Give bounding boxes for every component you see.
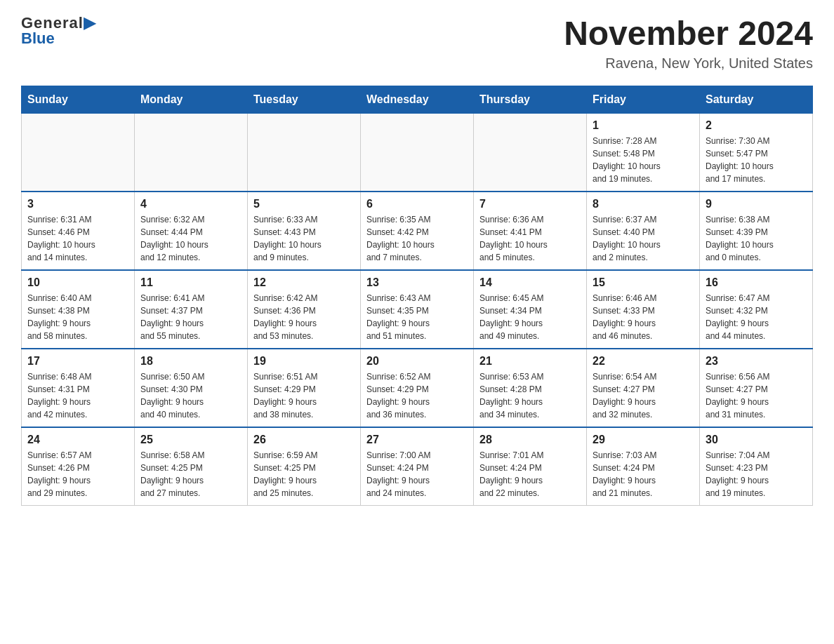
day-cell: 29Sunrise: 7:03 AM Sunset: 4:24 PM Dayli… bbox=[587, 427, 700, 506]
day-cell: 27Sunrise: 7:00 AM Sunset: 4:24 PM Dayli… bbox=[361, 427, 474, 506]
day-number: 26 bbox=[253, 434, 355, 446]
day-info: Sunrise: 6:59 AM Sunset: 4:25 PM Dayligh… bbox=[253, 449, 355, 499]
day-info: Sunrise: 6:43 AM Sunset: 4:35 PM Dayligh… bbox=[366, 292, 468, 342]
col-saturday: Saturday bbox=[700, 86, 813, 114]
day-info: Sunrise: 6:58 AM Sunset: 4:25 PM Dayligh… bbox=[140, 449, 241, 499]
day-cell: 15Sunrise: 6:46 AM Sunset: 4:33 PM Dayli… bbox=[587, 270, 700, 349]
day-cell bbox=[474, 114, 587, 192]
day-info: Sunrise: 6:42 AM Sunset: 4:36 PM Dayligh… bbox=[253, 292, 355, 342]
day-info: Sunrise: 6:56 AM Sunset: 4:27 PM Dayligh… bbox=[706, 370, 807, 421]
day-number: 21 bbox=[479, 355, 581, 368]
day-cell: 12Sunrise: 6:42 AM Sunset: 4:36 PM Dayli… bbox=[248, 270, 361, 349]
day-info: Sunrise: 6:54 AM Sunset: 4:27 PM Dayligh… bbox=[593, 370, 694, 421]
day-cell: 5Sunrise: 6:33 AM Sunset: 4:43 PM Daylig… bbox=[248, 192, 361, 270]
day-info: Sunrise: 7:28 AM Sunset: 5:48 PM Dayligh… bbox=[593, 135, 694, 185]
week-row-2: 3Sunrise: 6:31 AM Sunset: 4:46 PM Daylig… bbox=[22, 192, 813, 270]
day-number: 17 bbox=[27, 355, 128, 368]
day-number: 6 bbox=[366, 198, 468, 210]
month-title: November 2024 bbox=[564, 14, 813, 53]
day-cell: 14Sunrise: 6:45 AM Sunset: 4:34 PM Dayli… bbox=[474, 270, 587, 349]
day-number: 14 bbox=[479, 276, 581, 289]
day-info: Sunrise: 6:32 AM Sunset: 4:44 PM Dayligh… bbox=[140, 213, 241, 264]
week-row-5: 24Sunrise: 6:57 AM Sunset: 4:26 PM Dayli… bbox=[22, 427, 813, 506]
day-number: 3 bbox=[27, 198, 128, 210]
day-number: 22 bbox=[593, 355, 694, 368]
col-thursday: Thursday bbox=[474, 86, 587, 114]
day-number: 5 bbox=[253, 198, 355, 210]
day-number: 7 bbox=[479, 198, 581, 210]
day-info: Sunrise: 7:03 AM Sunset: 4:24 PM Dayligh… bbox=[593, 449, 694, 499]
day-cell: 24Sunrise: 6:57 AM Sunset: 4:26 PM Dayli… bbox=[22, 427, 135, 506]
day-info: Sunrise: 6:33 AM Sunset: 4:43 PM Dayligh… bbox=[253, 213, 355, 264]
day-cell: 1Sunrise: 7:28 AM Sunset: 5:48 PM Daylig… bbox=[587, 114, 700, 192]
day-info: Sunrise: 6:36 AM Sunset: 4:41 PM Dayligh… bbox=[479, 213, 581, 264]
day-cell: 22Sunrise: 6:54 AM Sunset: 4:27 PM Dayli… bbox=[587, 349, 700, 427]
day-cell bbox=[135, 114, 248, 192]
day-number: 28 bbox=[479, 434, 581, 446]
day-info: Sunrise: 6:57 AM Sunset: 4:26 PM Dayligh… bbox=[27, 449, 128, 499]
day-info: Sunrise: 7:30 AM Sunset: 5:47 PM Dayligh… bbox=[706, 135, 807, 185]
day-info: Sunrise: 6:40 AM Sunset: 4:38 PM Dayligh… bbox=[27, 292, 128, 342]
day-number: 20 bbox=[366, 355, 468, 368]
day-info: Sunrise: 6:37 AM Sunset: 4:40 PM Dayligh… bbox=[593, 213, 694, 264]
day-cell bbox=[248, 114, 361, 192]
week-row-1: 1Sunrise: 7:28 AM Sunset: 5:48 PM Daylig… bbox=[22, 114, 813, 192]
day-info: Sunrise: 6:31 AM Sunset: 4:46 PM Dayligh… bbox=[27, 213, 128, 264]
day-info: Sunrise: 6:46 AM Sunset: 4:33 PM Dayligh… bbox=[593, 292, 694, 342]
day-number: 2 bbox=[706, 119, 807, 132]
day-cell: 17Sunrise: 6:48 AM Sunset: 4:31 PM Dayli… bbox=[22, 349, 135, 427]
day-cell: 30Sunrise: 7:04 AM Sunset: 4:23 PM Dayli… bbox=[700, 427, 813, 506]
day-number: 25 bbox=[140, 434, 241, 446]
day-info: Sunrise: 6:45 AM Sunset: 4:34 PM Dayligh… bbox=[479, 292, 581, 342]
day-number: 27 bbox=[366, 434, 468, 446]
day-info: Sunrise: 6:50 AM Sunset: 4:30 PM Dayligh… bbox=[140, 370, 241, 421]
title-area: November 2024 Ravena, New York, United S… bbox=[564, 14, 813, 72]
day-number: 30 bbox=[706, 434, 807, 446]
col-wednesday: Wednesday bbox=[361, 86, 474, 114]
day-cell: 11Sunrise: 6:41 AM Sunset: 4:37 PM Dayli… bbox=[135, 270, 248, 349]
day-number: 11 bbox=[140, 276, 241, 289]
day-info: Sunrise: 6:47 AM Sunset: 4:32 PM Dayligh… bbox=[706, 292, 807, 342]
calendar-header-row: Sunday Monday Tuesday Wednesday Thursday… bbox=[22, 86, 813, 114]
day-cell: 20Sunrise: 6:52 AM Sunset: 4:29 PM Dayli… bbox=[361, 349, 474, 427]
logo: General▶ Blue bbox=[21, 14, 96, 48]
day-cell: 7Sunrise: 6:36 AM Sunset: 4:41 PM Daylig… bbox=[474, 192, 587, 270]
day-number: 15 bbox=[593, 276, 694, 289]
location-text: Ravena, New York, United States bbox=[564, 55, 813, 72]
day-cell: 18Sunrise: 6:50 AM Sunset: 4:30 PM Dayli… bbox=[135, 349, 248, 427]
day-info: Sunrise: 7:00 AM Sunset: 4:24 PM Dayligh… bbox=[366, 449, 468, 499]
day-info: Sunrise: 6:51 AM Sunset: 4:29 PM Dayligh… bbox=[253, 370, 355, 421]
day-number: 29 bbox=[593, 434, 694, 446]
day-cell: 28Sunrise: 7:01 AM Sunset: 4:24 PM Dayli… bbox=[474, 427, 587, 506]
day-cell: 16Sunrise: 6:47 AM Sunset: 4:32 PM Dayli… bbox=[700, 270, 813, 349]
col-monday: Monday bbox=[135, 86, 248, 114]
logo-triangle-icon: ▶ bbox=[84, 14, 96, 32]
day-cell bbox=[22, 114, 135, 192]
day-info: Sunrise: 6:48 AM Sunset: 4:31 PM Dayligh… bbox=[27, 370, 128, 421]
page-header: General▶ Blue November 2024 Ravena, New … bbox=[21, 14, 813, 72]
week-row-4: 17Sunrise: 6:48 AM Sunset: 4:31 PM Dayli… bbox=[22, 349, 813, 427]
day-number: 19 bbox=[253, 355, 355, 368]
day-cell: 4Sunrise: 6:32 AM Sunset: 4:44 PM Daylig… bbox=[135, 192, 248, 270]
day-info: Sunrise: 7:01 AM Sunset: 4:24 PM Dayligh… bbox=[479, 449, 581, 499]
col-friday: Friday bbox=[587, 86, 700, 114]
day-info: Sunrise: 6:52 AM Sunset: 4:29 PM Dayligh… bbox=[366, 370, 468, 421]
day-cell: 25Sunrise: 6:58 AM Sunset: 4:25 PM Dayli… bbox=[135, 427, 248, 506]
week-row-3: 10Sunrise: 6:40 AM Sunset: 4:38 PM Dayli… bbox=[22, 270, 813, 349]
day-cell: 23Sunrise: 6:56 AM Sunset: 4:27 PM Dayli… bbox=[700, 349, 813, 427]
day-number: 10 bbox=[27, 276, 128, 289]
calendar-table: Sunday Monday Tuesday Wednesday Thursday… bbox=[21, 86, 813, 506]
day-cell: 9Sunrise: 6:38 AM Sunset: 4:39 PM Daylig… bbox=[700, 192, 813, 270]
day-info: Sunrise: 7:04 AM Sunset: 4:23 PM Dayligh… bbox=[706, 449, 807, 499]
day-cell: 19Sunrise: 6:51 AM Sunset: 4:29 PM Dayli… bbox=[248, 349, 361, 427]
day-number: 16 bbox=[706, 276, 807, 289]
day-number: 23 bbox=[706, 355, 807, 368]
day-cell: 26Sunrise: 6:59 AM Sunset: 4:25 PM Dayli… bbox=[248, 427, 361, 506]
day-info: Sunrise: 6:53 AM Sunset: 4:28 PM Dayligh… bbox=[479, 370, 581, 421]
day-number: 1 bbox=[593, 119, 694, 132]
day-cell: 2Sunrise: 7:30 AM Sunset: 5:47 PM Daylig… bbox=[700, 114, 813, 192]
day-number: 12 bbox=[253, 276, 355, 289]
day-cell: 13Sunrise: 6:43 AM Sunset: 4:35 PM Dayli… bbox=[361, 270, 474, 349]
day-info: Sunrise: 6:35 AM Sunset: 4:42 PM Dayligh… bbox=[366, 213, 468, 264]
day-number: 13 bbox=[366, 276, 468, 289]
